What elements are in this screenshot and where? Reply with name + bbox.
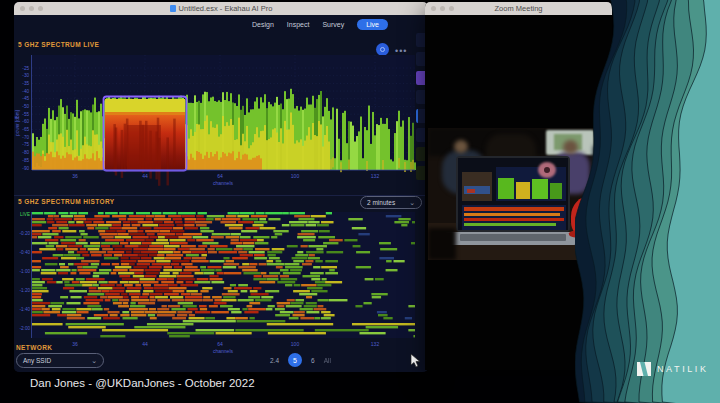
svg-text:-0:40: -0:40 xyxy=(20,250,31,255)
svg-text:power [dBm]: power [dBm] xyxy=(15,110,20,135)
tab-survey[interactable]: Survey xyxy=(322,21,344,28)
ssid-dropdown[interactable]: Any SSID⌄ xyxy=(16,353,104,368)
photo-laptop-waterfall-row xyxy=(464,223,556,226)
svg-text:64: 64 xyxy=(217,341,223,347)
photo-laptop-spectrum-green xyxy=(550,183,562,199)
tab-design[interactable]: Design xyxy=(252,21,274,28)
ekahau-titlebar: Untitled.esx - Ekahau AI Pro xyxy=(14,2,428,15)
svg-text:-45: -45 xyxy=(22,96,29,101)
svg-text:-75: -75 xyxy=(22,142,29,147)
band-selector: 2.456All xyxy=(270,353,331,367)
photo-person-left-head xyxy=(454,140,468,153)
band-option-6[interactable]: 6 xyxy=(311,357,315,364)
svg-text:-0:20: -0:20 xyxy=(20,231,31,236)
svg-text:-1:20: -1:20 xyxy=(20,288,31,293)
photo-round-object-hole xyxy=(544,167,550,173)
settings-icon xyxy=(380,47,385,52)
svg-text:channels: channels xyxy=(213,180,234,186)
svg-text:-30: -30 xyxy=(22,73,29,78)
svg-text:64: 64 xyxy=(217,173,223,179)
brand-logo: NATILIK xyxy=(637,362,709,376)
svg-text:LIVE: LIVE xyxy=(20,212,30,217)
svg-text:-70: -70 xyxy=(22,135,29,140)
svg-text:-25: -25 xyxy=(22,66,29,71)
svg-text:-50: -50 xyxy=(22,104,29,109)
svg-text:-90: -90 xyxy=(22,166,29,171)
svg-text:-60: -60 xyxy=(22,119,29,124)
band-option-5[interactable]: 5 xyxy=(288,353,302,367)
tab-live[interactable]: Live xyxy=(357,19,388,30)
svg-text:100: 100 xyxy=(291,173,300,179)
photo-laptop-screen xyxy=(456,156,570,232)
svg-text:44: 44 xyxy=(142,173,148,179)
natilik-icon xyxy=(637,362,651,376)
screen: Untitled.esx - Ekahau AI Pro DesignInspe… xyxy=(0,0,720,403)
svg-text:-65: -65 xyxy=(22,127,29,132)
svg-text:-2:00: -2:00 xyxy=(20,326,31,331)
photo-laptop-waterfall-row xyxy=(464,207,564,211)
ekahau-window-title: Untitled.esx - Ekahau AI Pro xyxy=(14,4,428,13)
svg-text:-80: -80 xyxy=(22,150,29,155)
svg-text:36: 36 xyxy=(72,173,78,179)
photo-laptop-spectrum-green xyxy=(532,179,548,199)
document-icon xyxy=(170,5,176,12)
svg-text:100: 100 xyxy=(291,341,300,347)
svg-text:-1:00: -1:00 xyxy=(20,269,31,274)
svg-text:-40: -40 xyxy=(22,89,29,94)
live-panel-title: 5 GHZ SPECTRUM LIVE xyxy=(18,41,99,48)
svg-text:channels: channels xyxy=(213,348,234,354)
photo-laptop-waterfall-row xyxy=(464,213,560,216)
svg-text:-1:40: -1:40 xyxy=(20,307,31,312)
caption-text: Dan Jones - @UKDanJones - October 2022 xyxy=(30,377,255,389)
chevron-down-icon: ⌄ xyxy=(91,357,97,365)
network-label: NETWORK xyxy=(16,344,52,351)
photo-laptop-thumb-detail xyxy=(467,189,475,193)
ekahau-content: DesignInspectSurveyLive 5 GHZ SPECTRUM L… xyxy=(14,15,428,372)
photo-laptop-spectrum-green xyxy=(498,178,514,199)
mouse-cursor xyxy=(410,353,422,368)
live-spectrum-chart[interactable]: -25-30-35-40-45-50-55-60-65-70-75-80-85-… xyxy=(14,53,417,187)
svg-text:36: 36 xyxy=(72,341,78,347)
tab-inspect[interactable]: Inspect xyxy=(287,21,310,28)
wave-pattern xyxy=(575,0,720,403)
svg-text:44: 44 xyxy=(142,341,148,347)
photo-laptop-base xyxy=(446,232,580,245)
history-waterfall-chart[interactable]: LIVE-0:20-0:40-1:00-1:20-1:40-2:00364464… xyxy=(14,197,417,357)
photo-laptop-spectrum-yellow xyxy=(516,182,530,199)
mode-tabs: DesignInspectSurveyLive xyxy=(252,19,388,30)
band-option-2-4[interactable]: 2.4 xyxy=(270,357,279,364)
svg-text:132: 132 xyxy=(371,341,380,347)
svg-text:-55: -55 xyxy=(22,112,29,117)
svg-text:-85: -85 xyxy=(22,158,29,163)
svg-text:-35: -35 xyxy=(22,81,29,86)
ekahau-window: Untitled.esx - Ekahau AI Pro DesignInspe… xyxy=(14,2,428,372)
svg-text:132: 132 xyxy=(371,173,380,179)
photo-foreground xyxy=(428,228,456,260)
photo-laptop-waterfall-row xyxy=(464,218,564,221)
band-option-all[interactable]: All xyxy=(324,357,331,364)
brand-logo-text: NATILIK xyxy=(657,364,709,374)
